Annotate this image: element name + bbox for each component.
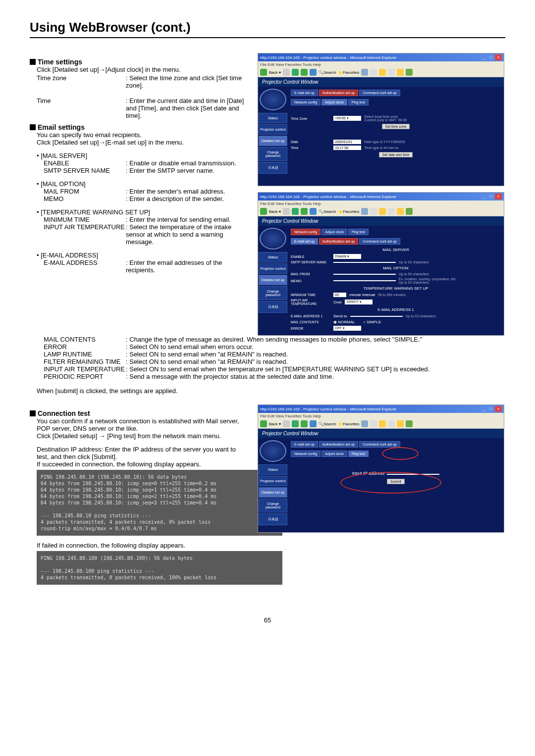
date-input[interactable]: 2005/01/01 [333, 140, 361, 144]
forward-icon[interactable] [283, 208, 290, 215]
refresh-icon[interactable] [301, 69, 308, 76]
stop-icon[interactable] [292, 420, 299, 427]
msn-icon[interactable] [406, 208, 413, 215]
tab-command-setup[interactable]: Command cont set up [359, 90, 400, 96]
sidebar-detailed-setup[interactable]: Detailed set up [259, 487, 287, 498]
simple-radio[interactable]: ○ SIMPLE [363, 320, 381, 324]
favorites-label[interactable]: ⭐Favorites [338, 209, 359, 214]
mail-icon[interactable] [379, 208, 386, 215]
forward-icon[interactable] [283, 69, 290, 76]
ie-toolbar[interactable]: Back ▾ 🔍Search ⭐Favorites [258, 207, 504, 216]
sidebar-japanese[interactable]: 日本語 [259, 162, 287, 174]
ie-toolbar[interactable]: Back ▾ 🔍Search ⭐Favorites [258, 68, 504, 77]
history-icon[interactable] [370, 420, 377, 427]
folder-icon[interactable] [397, 208, 404, 215]
error-select[interactable]: OFF ▾ [333, 326, 361, 331]
minimize-icon[interactable]: _ [480, 194, 487, 200]
back-icon[interactable] [260, 420, 267, 427]
tab-command-setup[interactable]: Command cont set up [359, 441, 400, 448]
maximize-icon[interactable]: □ [487, 194, 494, 200]
sidebar-change-password[interactable]: Change password [259, 147, 287, 161]
maximize-icon[interactable]: □ [487, 406, 494, 412]
search-label[interactable]: 🔍Search [319, 422, 336, 426]
stop-icon[interactable] [292, 69, 299, 76]
set-timezone-button[interactable]: Set time zone [382, 124, 410, 129]
tab-adjust-clock[interactable]: Adjust clock [321, 99, 347, 105]
normal-radio[interactable]: ◉ NORMAL [333, 320, 355, 324]
tab-auth-setup[interactable]: Authentication set up [319, 90, 358, 96]
minimize-icon[interactable]: _ [480, 54, 487, 60]
refresh-icon[interactable] [301, 208, 308, 215]
print-icon[interactable] [388, 208, 395, 215]
back-icon[interactable] [260, 69, 267, 76]
folder-icon[interactable] [397, 420, 404, 427]
refresh-icon[interactable] [301, 420, 308, 427]
sidebar-change-password[interactable]: Change password [259, 499, 287, 512]
home-icon[interactable] [310, 420, 317, 427]
back-icon[interactable] [260, 208, 267, 215]
tab-auth-setup[interactable]: Authentication set up [319, 238, 358, 245]
eaddr-input[interactable] [350, 316, 403, 317]
time-input[interactable]: 10:17:08 [333, 146, 361, 150]
favorites-label[interactable]: ⭐Favorites [338, 422, 359, 426]
ie-menubar[interactable]: File Edit View Favorites Tools Help [258, 413, 504, 419]
tab-adjust-clock[interactable]: Adjust clock [321, 451, 347, 457]
media-icon[interactable] [361, 69, 368, 76]
mail-icon[interactable] [379, 69, 386, 76]
sidebar-japanese[interactable]: 日本語 [259, 513, 287, 525]
sidebar-status[interactable]: Status [259, 252, 287, 262]
favorites-label[interactable]: ⭐Favorites [338, 70, 359, 75]
home-icon[interactable] [310, 69, 317, 76]
set-datetime-button[interactable]: Set date and time [379, 152, 413, 157]
msn-icon[interactable] [406, 420, 413, 427]
tab-email-setup[interactable]: E-mail set up [291, 238, 318, 245]
media-icon[interactable] [361, 208, 368, 215]
history-icon[interactable] [370, 208, 377, 215]
mailfrom-input[interactable] [333, 274, 396, 275]
folder-icon[interactable] [397, 69, 404, 76]
mail-icon[interactable] [379, 420, 386, 427]
sidebar-projector-control[interactable]: Projector control [259, 476, 287, 486]
tab-command-setup[interactable]: Command cont set up [359, 238, 400, 245]
sidebar-projector-control[interactable]: Projector control [259, 263, 287, 274]
tab-email-setup[interactable]: E-mail set up [291, 90, 318, 96]
close-icon[interactable]: × [495, 54, 502, 60]
sidebar-detailed-setup[interactable]: Detailed set up [259, 136, 287, 146]
tab-network-config[interactable]: Network config [291, 451, 321, 457]
memo-input[interactable] [333, 280, 396, 281]
tab-ping-test[interactable]: Ping test [348, 229, 369, 235]
ie-menubar[interactable]: File Edit View Favorites Tools Help [258, 61, 504, 68]
ie-menubar[interactable]: File Edit View Favorites Tools Help [258, 201, 504, 207]
close-icon[interactable]: × [495, 194, 502, 200]
tab-ping-test[interactable]: Ping test [348, 99, 369, 105]
tab-auth-setup[interactable]: Authentication set up [319, 441, 358, 448]
tab-network-config[interactable]: Network config [291, 99, 321, 105]
tab-adjust-clock[interactable]: Adjust clock [321, 229, 347, 235]
tab-ping-test[interactable]: Ping test [348, 451, 369, 457]
sidebar-status[interactable]: Status [259, 113, 287, 123]
tab-network-config[interactable]: Network config [291, 229, 321, 235]
history-icon[interactable] [370, 69, 377, 76]
smtp-input[interactable] [333, 262, 396, 263]
sidebar-status[interactable]: Status [259, 464, 287, 475]
ie-toolbar[interactable]: Back ▾ 🔍Search ⭐Favorites [258, 419, 504, 429]
sidebar-projector-control[interactable]: Projector control [259, 124, 287, 135]
search-label[interactable]: 🔍Search [319, 209, 336, 214]
stop-icon[interactable] [292, 208, 299, 215]
close-icon[interactable]: × [495, 406, 502, 412]
search-label[interactable]: 🔍Search [319, 70, 336, 75]
sidebar-japanese[interactable]: 日本語 [259, 301, 287, 313]
sidebar-change-password[interactable]: Change password [259, 286, 287, 300]
inputair-select[interactable]: 35/95°F ▾ [345, 300, 373, 304]
home-icon[interactable] [310, 208, 317, 215]
minimize-icon[interactable]: _ [480, 406, 487, 412]
print-icon[interactable] [388, 69, 395, 76]
sidebar-detailed-setup[interactable]: Detailed set up [259, 275, 287, 285]
enable-select[interactable]: Disable ▾ [333, 254, 361, 259]
maximize-icon[interactable]: □ [487, 54, 494, 60]
media-icon[interactable] [361, 420, 368, 427]
print-icon[interactable] [388, 420, 395, 427]
mintime-input[interactable]: 60 [333, 293, 346, 297]
msn-icon[interactable] [406, 69, 413, 76]
forward-icon[interactable] [283, 420, 290, 427]
